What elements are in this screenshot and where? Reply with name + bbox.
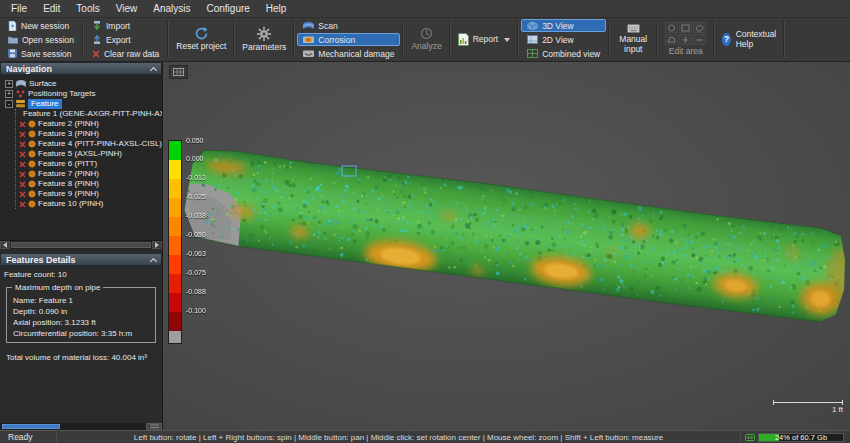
delete-feature-icon[interactable]	[19, 171, 26, 178]
delete-feature-icon[interactable]	[19, 191, 26, 198]
export-icon	[92, 35, 102, 44]
view-3d-button[interactable]: 3D View	[521, 19, 606, 32]
report-button[interactable]: Report	[453, 19, 516, 60]
session-group: New session Open session Save session	[2, 19, 80, 60]
scale-ruler: 1 ft	[773, 402, 843, 414]
navigation-header[interactable]: Navigation	[0, 62, 162, 75]
edit-area-rect-tool-icon[interactable]	[679, 22, 692, 33]
scrollbar-thumb[interactable]	[11, 242, 151, 248]
tree-item-feature-2[interactable]: Feature 2 (PINH)	[19, 119, 162, 129]
report-dropdown-icon[interactable]	[504, 38, 510, 42]
menu-view[interactable]: View	[108, 1, 146, 16]
scroll-right-icon[interactable]	[152, 241, 162, 249]
collapse-navigation-icon[interactable]	[150, 66, 157, 73]
save-session-button[interactable]: Save session	[2, 47, 80, 60]
scrollbar-thumb[interactable]	[2, 424, 60, 429]
contextual-help-button[interactable]: ? Contextual Help	[717, 19, 781, 60]
menu-tools[interactable]: Tools	[68, 1, 107, 16]
analyze-button[interactable]: Analyze	[406, 19, 446, 60]
edit-area-remove-tool-icon[interactable]	[693, 34, 706, 45]
status-ready: Ready	[0, 432, 52, 442]
viewport-widget-button[interactable]	[169, 65, 188, 79]
edit-area-add-tool-icon[interactable]	[679, 34, 692, 45]
color-scale-segment	[169, 198, 181, 217]
export-button[interactable]: Export	[86, 33, 165, 46]
delete-feature-icon[interactable]	[19, 121, 26, 128]
surface-icon	[16, 80, 26, 88]
tree-item-feature-9[interactable]: Feature 9 (PINH)	[19, 189, 162, 199]
tree-item-feature-3[interactable]: Feature 3 (PINH)	[19, 129, 162, 139]
feature-label: Feature 10 (PINH)	[38, 199, 103, 209]
viewport-3d[interactable]: 0.050 0.000 -0.013 -0.025 -0.038 -0.050 …	[163, 62, 850, 430]
features-details-header[interactable]: Features Details	[0, 253, 162, 266]
menu-analysis[interactable]: Analysis	[145, 1, 198, 16]
tree-item-feature-7[interactable]: Feature 7 (PINH)	[19, 169, 162, 179]
memory-chip-icon	[745, 433, 755, 442]
expander-icon[interactable]: +	[5, 80, 13, 88]
edit-area-lasso-tool-icon[interactable]	[693, 22, 706, 33]
menu-configure[interactable]: Configure	[198, 1, 257, 16]
combined-view-button[interactable]: Combined view	[521, 47, 606, 60]
new-session-button[interactable]: New session	[2, 19, 80, 32]
delete-feature-icon[interactable]	[19, 151, 26, 158]
reset-project-button[interactable]: Reset project	[171, 19, 231, 60]
corrosion-mode-button[interactable]: Corrosion	[297, 33, 400, 46]
menu-bar: File Edit Tools View Analysis Configure …	[0, 0, 850, 18]
import-button[interactable]: Import	[86, 19, 165, 32]
tree-item-feature-6[interactable]: Feature 6 (PITT)	[19, 159, 162, 169]
scroll-left-icon[interactable]	[0, 241, 10, 249]
delete-feature-icon[interactable]	[19, 141, 26, 148]
delete-feature-icon[interactable]	[19, 181, 26, 188]
viewport-widget-icon	[173, 68, 184, 76]
delete-feature-icon[interactable]	[19, 201, 26, 208]
panel-bottom-scrollbar[interactable]	[0, 423, 162, 430]
menu-edit[interactable]: Edit	[35, 1, 68, 16]
tree-item-feature-5[interactable]: Feature 5 (AXSL-PINH)	[19, 149, 162, 159]
edit-area-circle-tool-icon[interactable]	[665, 22, 678, 33]
clear-raw-data-icon	[92, 50, 100, 58]
view-2d-button[interactable]: 2D View	[521, 33, 606, 46]
collapse-details-icon[interactable]	[150, 257, 157, 264]
tree-item-feature-10[interactable]: Feature 10 (PINH)	[19, 199, 162, 209]
status-separator	[740, 433, 741, 442]
manual-input-button[interactable]: Manual input	[612, 19, 654, 60]
toolbar-separator	[517, 21, 519, 58]
delete-feature-icon[interactable]	[19, 161, 26, 168]
feature-root-icon	[16, 100, 25, 108]
edit-area-polygon-tool-icon[interactable]	[665, 34, 678, 45]
menu-help[interactable]: Help	[258, 1, 295, 16]
menu-file[interactable]: File	[3, 1, 35, 16]
scan-mode-button[interactable]: Scan	[297, 19, 400, 32]
delete-feature-icon[interactable]	[19, 131, 26, 138]
toolbar-separator	[713, 21, 715, 58]
import-label: Import	[106, 21, 130, 31]
color-scale-segment	[169, 217, 181, 236]
tree-item-feature-root[interactable]: - Feature	[5, 99, 162, 109]
expander-icon[interactable]: -	[5, 100, 13, 108]
tree-item-feature-8[interactable]: Feature 8 (PINH)	[19, 179, 162, 189]
tree-item-feature-4[interactable]: Feature 4 (PITT-PINH-AXSL-CISL)	[19, 139, 162, 149]
color-scale-tick: -0.050	[186, 231, 206, 238]
open-session-button[interactable]: Open session	[2, 33, 80, 46]
color-scale-tick: -0.088	[186, 288, 206, 295]
memory-indicator: 24% of 60.7 Gb	[745, 433, 850, 442]
toolbar-separator	[82, 21, 84, 58]
color-scale-tick: 0.000	[186, 155, 204, 162]
tree-horizontal-scrollbar[interactable]	[0, 240, 162, 249]
feature-label: Feature 1 (GENE-AXGR-PITT-PINH-AXS	[23, 109, 162, 119]
tree-item-positioning-targets[interactable]: + Positioning Targets	[5, 89, 162, 99]
pipe-scan-3d-model[interactable]	[163, 62, 850, 430]
export-label: Export	[106, 35, 131, 45]
clear-raw-data-button[interactable]: Clear raw data	[86, 47, 165, 60]
tree-item-surface[interactable]: + Surface	[5, 79, 162, 89]
mechanical-damage-mode-button[interactable]: Mechanical damage	[297, 47, 400, 60]
parameters-button[interactable]: Parameters	[237, 19, 291, 60]
tree-item-surface-label: Surface	[29, 79, 57, 89]
corrosion-feature-icon	[28, 180, 36, 188]
tree-item-feature-root-label: Feature	[28, 99, 62, 109]
panel-resize-grip-icon[interactable]	[146, 423, 162, 430]
tree-item-feature-1[interactable]: Feature 1 (GENE-AXGR-PITT-PINH-AXS	[19, 109, 162, 119]
corrosion-feature-icon	[28, 150, 36, 158]
toolbar-separator	[167, 21, 169, 58]
expander-icon[interactable]: +	[5, 90, 13, 98]
